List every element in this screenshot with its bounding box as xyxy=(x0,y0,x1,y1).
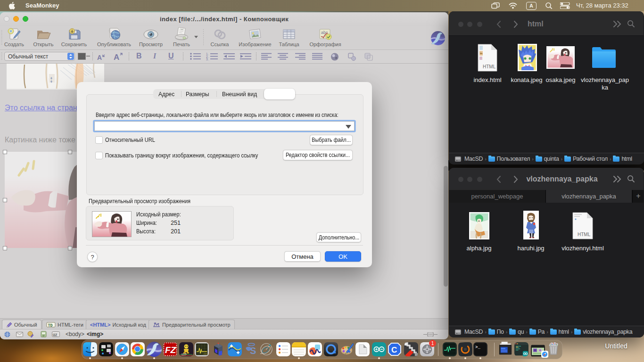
svg-text:TD: TD xyxy=(48,323,53,328)
svg-text:HTML: HTML xyxy=(578,232,591,237)
svg-text:3.: 3. xyxy=(206,58,209,60)
svg-text:C: C xyxy=(391,346,397,354)
svg-text:A: A xyxy=(97,54,102,61)
svg-text:ɑz: ɑz xyxy=(53,332,58,337)
svg-text:20dB: 20dB xyxy=(203,353,207,355)
svg-text:>_: >_ xyxy=(475,345,480,350)
svg-text:HTML: HTML xyxy=(483,64,496,69)
svg-text:FZ: FZ xyxy=(165,345,177,355)
svg-text:A: A xyxy=(114,53,119,61)
svg-text:S: S xyxy=(250,346,256,356)
